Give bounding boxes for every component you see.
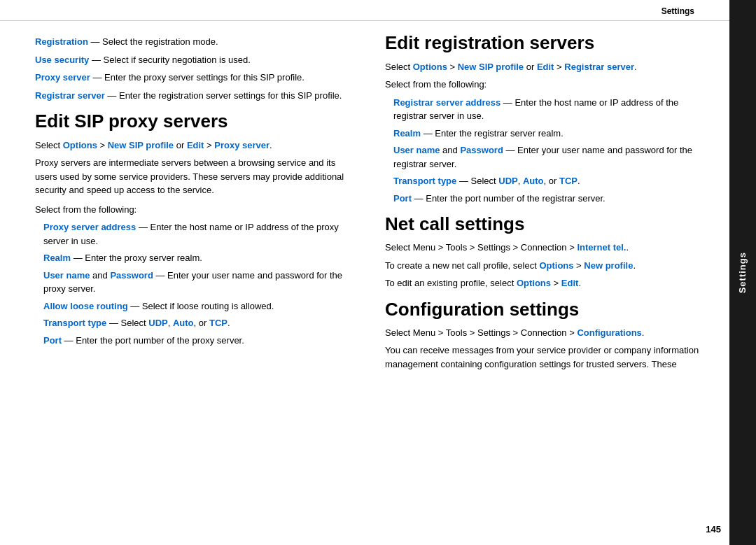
link-reg-transport: Transport type xyxy=(393,176,456,186)
link-new-sip-profile: New SIP profile xyxy=(108,140,174,150)
link-allow-loose-routing: Allow loose routing xyxy=(43,301,128,311)
config-description: You can receive messages from your servi… xyxy=(385,344,707,371)
link-reg-udp: UDP xyxy=(498,176,517,186)
link-tcp: TCP xyxy=(209,318,227,328)
link-reg-address: Registrar server address xyxy=(393,97,500,108)
list-item-reg-transport: Transport type — Select UDP, Auto, or TC… xyxy=(385,174,707,188)
list-item-reg-port: Port — Enter the port number of the regi… xyxy=(385,192,707,206)
side-tab-label: Settings xyxy=(736,252,750,293)
reg-servers-nav: Select Options > New SIP profile or Edit… xyxy=(385,60,707,74)
link-proxy-server: Proxy server xyxy=(35,72,90,83)
list-item-loose-routing: Allow loose routing — Select if loose ro… xyxy=(35,299,357,313)
list-item-realm: Realm — Enter the proxy server realm. xyxy=(35,251,357,265)
intro-item-use-security: Use security — Select if security negoti… xyxy=(35,53,357,67)
reg-servers-list-intro: Select from the following: xyxy=(385,78,707,92)
link-reg-username: User name xyxy=(393,145,440,155)
sip-proxy-nav: Select Options > New SIP profile or Edit… xyxy=(35,139,357,153)
intro-item-registration: Registration — Select the registration m… xyxy=(35,35,357,49)
list-item-reg-user-password: User name and Password — Enter your user… xyxy=(385,143,707,171)
link-port-proxy: Port xyxy=(43,335,62,346)
side-tab: Settings xyxy=(729,0,756,545)
link-edit-reg: Edit xyxy=(537,62,554,72)
link-edit-sip: Edit xyxy=(187,140,204,150)
page-header: Settings xyxy=(0,0,729,21)
link-registration: Registration xyxy=(35,36,88,47)
sip-proxy-list-intro: Select from the following: xyxy=(35,203,357,217)
list-item-user-password: User name and Password — Enter your user… xyxy=(35,269,357,296)
link-realm: Realm xyxy=(43,253,71,263)
link-username: User name xyxy=(43,270,90,281)
link-auto: Auto xyxy=(173,318,194,328)
sip-proxy-description: Proxy servers are intermediate servers b… xyxy=(35,156,357,197)
link-options-create: Options xyxy=(539,260,573,271)
link-configurations: Configurations xyxy=(577,327,641,338)
link-reg-port: Port xyxy=(393,193,412,204)
link-reg-auto: Auto xyxy=(523,176,544,186)
intro-list: Registration — Select the registration m… xyxy=(35,35,357,102)
link-options-edit: Options xyxy=(517,278,551,288)
sip-proxy-list: Proxy server address — Enter the host na… xyxy=(35,220,357,347)
list-item-proxy-address: Proxy server address — Enter the host na… xyxy=(35,220,357,248)
link-new-sip-profile-reg: New SIP profile xyxy=(458,62,524,72)
intro-item-registrar-server: Registrar server — Enter the registratio… xyxy=(35,89,357,103)
content-area: Registration — Select the registration m… xyxy=(0,21,729,386)
list-item-transport-type: Transport type — Select UDP, Auto, or TC… xyxy=(35,316,357,330)
link-new-profile: New profile xyxy=(584,260,633,271)
link-proxy: Proxy server xyxy=(214,140,270,150)
link-registrar-server: Registrar server xyxy=(35,90,105,101)
page-number: 145 xyxy=(706,523,721,537)
link-internet-tel: Internet tel. xyxy=(577,242,626,253)
link-use-security: Use security xyxy=(35,55,89,65)
link-edit-profile: Edit xyxy=(561,278,579,288)
link-udp: UDP xyxy=(148,318,167,328)
net-call-nav: Select Menu > Tools > Settings > Connect… xyxy=(385,241,707,255)
reg-servers-list: Registrar server address — Enter the hos… xyxy=(385,96,707,206)
section-heading-config: Configuration settings xyxy=(385,299,707,320)
link-reg-tcp: TCP xyxy=(559,176,578,186)
list-item-reg-realm: Realm — Enter the registrar server realm… xyxy=(385,127,707,141)
link-options-reg: Options xyxy=(413,62,447,72)
section-heading-sip-proxy: Edit SIP proxy servers xyxy=(35,111,357,132)
link-transport-type: Transport type xyxy=(43,318,106,328)
config-nav: Select Menu > Tools > Settings > Connect… xyxy=(385,326,707,340)
net-call-create: To create a new net call profile, select… xyxy=(385,259,707,273)
list-item-reg-address: Registrar server address — Enter the hos… xyxy=(385,96,707,123)
section-heading-reg-servers: Edit registration servers xyxy=(385,32,707,54)
link-registrar-server-nav: Registrar server xyxy=(564,62,634,72)
right-column: Edit registration servers Select Options… xyxy=(385,32,707,375)
link-proxy-address: Proxy server address xyxy=(43,222,136,232)
page-container: Settings Settings Registration — Select … xyxy=(0,0,756,545)
link-options-sip: Options xyxy=(63,140,97,150)
left-column: Registration — Select the registration m… xyxy=(35,32,357,375)
link-reg-realm: Realm xyxy=(393,128,421,139)
header-title: Settings xyxy=(662,6,694,16)
link-password: Password xyxy=(110,270,153,281)
section-heading-net-call: Net call settings xyxy=(385,213,707,235)
intro-item-proxy-server: Proxy server — Enter the proxy server se… xyxy=(35,71,357,85)
list-item-port-proxy: Port — Enter the port number of the prox… xyxy=(35,334,357,348)
link-reg-password: Password xyxy=(460,145,503,155)
net-call-edit: To edit an existing profile, select Opti… xyxy=(385,276,707,290)
